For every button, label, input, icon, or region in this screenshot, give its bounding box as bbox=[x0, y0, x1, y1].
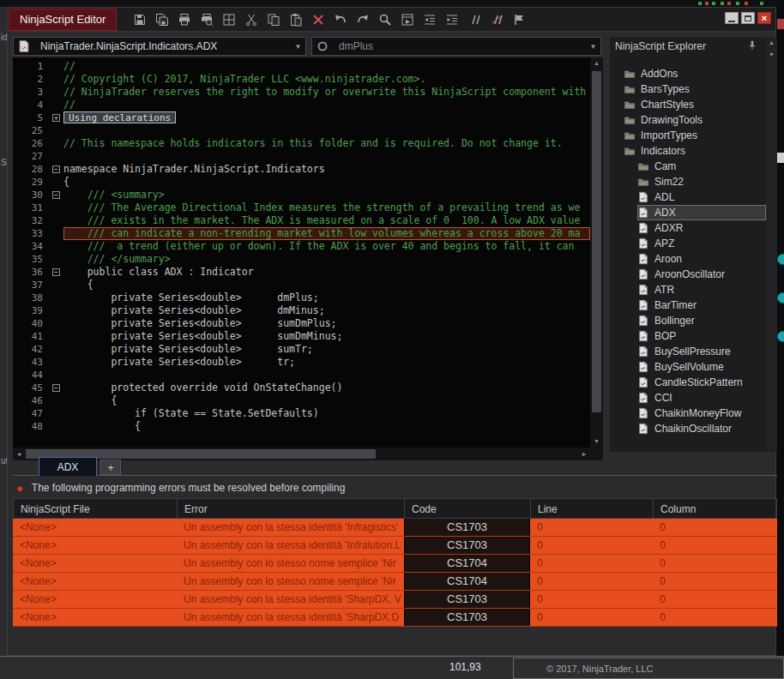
pin-icon[interactable] bbox=[746, 39, 758, 54]
tree-item-aroonoscillator[interactable]: AroonOscillator bbox=[610, 267, 766, 282]
comment-selection-button[interactable] bbox=[465, 11, 484, 28]
code-line[interactable]: 35 /// </summary> bbox=[13, 253, 590, 266]
column-header-code[interactable]: Code bbox=[405, 499, 531, 518]
print-button[interactable] bbox=[175, 11, 194, 28]
increase-indent-button[interactable] bbox=[443, 11, 461, 28]
tree-item-sim22[interactable]: Sim22 bbox=[610, 174, 766, 189]
tab-adx[interactable]: ADX bbox=[39, 457, 97, 476]
scroll-down-icon[interactable]: ▼ bbox=[590, 436, 603, 448]
explorer-scrollbar[interactable]: ▲ ▼ bbox=[766, 37, 777, 452]
collapse-region-icon[interactable]: − bbox=[52, 165, 60, 173]
code-editor[interactable]: 1//2// Copyright (C) 2017, NinjaTrader L… bbox=[13, 57, 603, 460]
uncomment-selection-button[interactable] bbox=[487, 11, 506, 28]
compile-button[interactable] bbox=[510, 11, 528, 28]
code-line[interactable]: 34 /// a trend (either up or down). If t… bbox=[13, 240, 590, 253]
chevron-down-icon[interactable]: ▼ bbox=[586, 43, 600, 51]
code-line[interactable]: 3// NinjaTrader reserves the right to mo… bbox=[13, 86, 590, 99]
close-button[interactable]: × bbox=[757, 12, 771, 24]
error-row[interactable]: <None>Un assembly con la stessa identità… bbox=[13, 519, 777, 537]
collapse-region-icon[interactable]: − bbox=[52, 268, 60, 276]
chevron-down-icon[interactable]: ▼ bbox=[291, 43, 305, 51]
tree-item-bartimer[interactable]: BarTimer bbox=[610, 297, 766, 313]
tree-item-cam[interactable]: Cam bbox=[610, 159, 766, 174]
templates-button[interactable] bbox=[220, 11, 238, 28]
tree-item-buysellpressure[interactable]: BuySellPressure bbox=[610, 344, 766, 359]
code-line[interactable]: 28−namespace NinjaTrader.NinjaScript.Ind… bbox=[13, 163, 590, 176]
code-line[interactable]: 36− public class ADX : Indicator bbox=[13, 266, 590, 279]
scroll-down-icon[interactable]: ▼ bbox=[766, 49, 777, 61]
tree-item-indicators[interactable]: Indicators bbox=[610, 143, 766, 159]
tree-item-apz[interactable]: APZ bbox=[610, 236, 766, 251]
code-line[interactable]: 43 private Series<double> tr; bbox=[13, 356, 590, 369]
tree-item-chartstyles[interactable]: ChartStyles bbox=[610, 97, 766, 112]
tree-item-addons[interactable]: AddOns bbox=[610, 66, 766, 81]
expand-region-icon[interactable]: + bbox=[52, 114, 60, 122]
tree-item-drawingtools[interactable]: DrawingTools bbox=[610, 112, 766, 128]
column-header-file[interactable]: NinjaScript File bbox=[14, 499, 178, 518]
find-in-files-button[interactable] bbox=[376, 11, 395, 28]
tree-item-chaikinoscillator[interactable]: ChaikinOscillator bbox=[610, 421, 766, 436]
tree-item-bollinger[interactable]: Bollinger bbox=[610, 313, 766, 328]
code-line[interactable]: 42 private Series<double> sumTr; bbox=[13, 343, 590, 356]
code-line[interactable]: 25 bbox=[13, 124, 590, 137]
code-line[interactable]: 38 private Series<double> dmPlus; bbox=[13, 291, 590, 304]
code-line[interactable]: 47 if (State == State.SetDefaults) bbox=[13, 407, 590, 420]
copy-button[interactable] bbox=[264, 11, 283, 28]
code-line[interactable]: 1// bbox=[13, 60, 590, 73]
code-line[interactable]: 45− protected override void OnStateChang… bbox=[13, 382, 590, 394]
save-button[interactable] bbox=[130, 11, 149, 28]
code-line[interactable]: 30− /// <summary> bbox=[13, 189, 590, 201]
code-line[interactable]: 39 private Series<double> dmMinus; bbox=[13, 304, 590, 317]
new-tab-button[interactable]: + bbox=[100, 460, 121, 475]
collapse-region-icon[interactable]: − bbox=[52, 191, 60, 199]
cut-button[interactable] bbox=[242, 11, 261, 28]
tree-item-bop[interactable]: BOP bbox=[610, 328, 766, 344]
tree-item-chaikinmoneyflow[interactable]: ChaikinMoneyFlow bbox=[610, 406, 766, 421]
scroll-up-icon[interactable]: ▲ bbox=[590, 57, 603, 69]
scroll-up-icon[interactable]: ▲ bbox=[766, 37, 777, 49]
code-line[interactable]: 29{ bbox=[13, 176, 590, 189]
code-line[interactable]: 41 private Series<double> sumDmMinus; bbox=[13, 330, 590, 343]
code-line[interactable]: 37 { bbox=[13, 279, 590, 291]
code-line[interactable]: 44 bbox=[13, 369, 590, 382]
column-header-line[interactable]: Line bbox=[531, 499, 654, 518]
error-row[interactable]: <None>Un assembly con la stessa identità… bbox=[13, 609, 777, 627]
type-selector-dropdown[interactable]: NinjaTrader.NinjaScript.Indicators.ADX ▼ bbox=[13, 37, 306, 56]
collapsed-region[interactable]: Using declarations bbox=[63, 111, 176, 123]
tree-item-candlestickpattern[interactable]: CandleStickPattern bbox=[610, 375, 766, 390]
collapse-region-icon[interactable]: − bbox=[52, 384, 60, 392]
redo-button[interactable] bbox=[353, 11, 372, 28]
maximize-button[interactable] bbox=[741, 12, 755, 24]
code-line[interactable]: 40 private Series<double> sumDmPlus; bbox=[13, 317, 590, 330]
print-preview-button[interactable] bbox=[197, 11, 216, 28]
tree-item-barstypes[interactable]: BarsTypes bbox=[610, 81, 766, 97]
column-header-error[interactable]: Error bbox=[178, 499, 405, 518]
member-selector-dropdown[interactable]: dmPlus ▼ bbox=[311, 37, 601, 56]
undo-button[interactable] bbox=[331, 11, 350, 28]
save-all-button[interactable] bbox=[153, 11, 172, 28]
tree-item-buysellvolume[interactable]: BuySellVolume bbox=[610, 359, 766, 375]
error-row[interactable]: <None>Un assembly con lo stesso nome sem… bbox=[13, 573, 777, 591]
vertical-scroll-thumb[interactable] bbox=[592, 71, 601, 412]
go-to-definition-button[interactable] bbox=[398, 11, 417, 28]
code-line[interactable]: 26// This namespace holds indicators in … bbox=[13, 137, 590, 150]
code-line[interactable]: 4// bbox=[13, 99, 590, 111]
tree-item-cci[interactable]: CCI bbox=[610, 390, 766, 406]
tree-item-adl[interactable]: ADL bbox=[610, 189, 766, 205]
tree-item-adx[interactable]: ADX bbox=[610, 205, 766, 220]
column-header-column[interactable]: Column bbox=[654, 499, 776, 518]
paste-button[interactable] bbox=[286, 11, 305, 28]
code-line[interactable]: 46 { bbox=[13, 394, 590, 407]
tree-item-importtypes[interactable]: ImportTypes bbox=[610, 128, 766, 143]
code-line[interactable]: 27 bbox=[13, 150, 590, 163]
code-line[interactable]: 31 /// The Average Directional Index mea… bbox=[13, 201, 590, 214]
error-row[interactable]: <None>Un assembly con la stessa identità… bbox=[13, 591, 777, 609]
decrease-indent-button[interactable] bbox=[420, 11, 439, 28]
code-line[interactable]: 32 /// exists in the market. The ADX is … bbox=[13, 214, 590, 227]
delete-button[interactable] bbox=[309, 11, 328, 28]
code-line[interactable]: 5+Using declarations bbox=[13, 111, 590, 124]
minimize-button[interactable] bbox=[725, 12, 739, 24]
tree-item-atr[interactable]: ATR bbox=[610, 282, 766, 297]
tree-item-aroon[interactable]: Aroon bbox=[610, 251, 766, 267]
error-row[interactable]: <None>Un assembly con lo stesso nome sem… bbox=[13, 555, 777, 573]
